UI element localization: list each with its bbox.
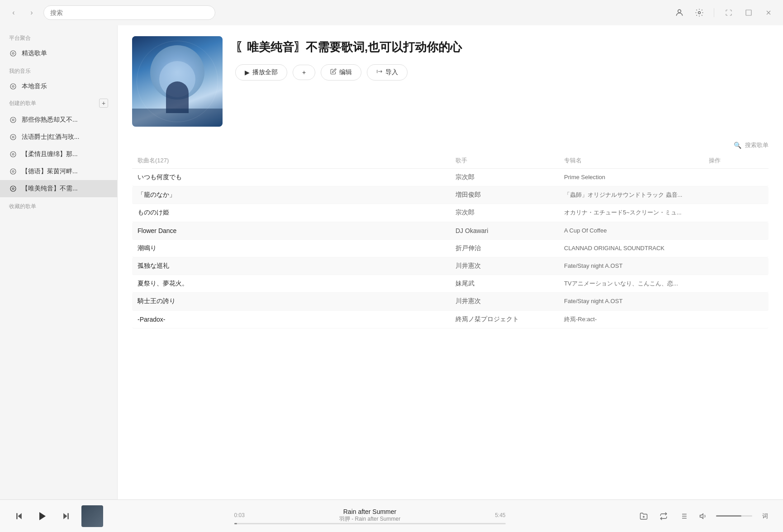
play-pause-button[interactable]: [34, 508, 51, 524]
track-row[interactable]: いつも何度でも 宗次郎 Prime Selection: [132, 169, 769, 186]
svg-point-5: [10, 51, 16, 56]
svg-rect-23: [67, 513, 69, 519]
player-right-controls: 词: [636, 509, 772, 523]
track-row[interactable]: 「籠のなか」 増田俊郎 「蟲師」オリジナルサウンドトラック 蟲音...: [132, 186, 769, 204]
track-title: いつも何度でも: [138, 173, 456, 181]
lyrics-button[interactable]: 词: [758, 509, 772, 523]
playlist-icon-active: [9, 185, 17, 193]
close-button[interactable]: [761, 5, 776, 20]
edit-icon: [330, 68, 337, 76]
cover-ring: [137, 41, 218, 122]
sidebar-item-label: 精选歌单: [22, 49, 108, 57]
import-button[interactable]: 导入: [367, 64, 408, 81]
sidebar-item-playlist1[interactable]: 那些你熟悉却又不...: [0, 111, 117, 128]
add-playlist-button[interactable]: +: [99, 99, 108, 108]
queue-button[interactable]: [676, 509, 691, 523]
saved-playlists-label: 收藏的歌单: [0, 197, 117, 213]
play-all-button[interactable]: ▶ 播放全部: [235, 64, 287, 81]
sidebar-item-playlist2[interactable]: 法语爵士|红酒与玫...: [0, 128, 117, 146]
play-all-label: 播放全部: [252, 68, 278, 76]
track-album: 終焉-Re:act-: [564, 315, 709, 323]
track-title: Flower Dance: [138, 227, 456, 234]
track-album: TVアニメーション いなり、こんこん、恋...: [564, 280, 709, 288]
sidebar: 平台聚合 精选歌单 我的音乐 本地音乐 创建的歌单 +: [0, 25, 118, 499]
player-progress-area: 0:03 Rain after Summer 羽胛 - Rain after S…: [110, 508, 629, 524]
sidebar-item-label: 法语爵士|红酒与玫...: [22, 133, 108, 141]
track-artist: 川井憲次: [456, 297, 564, 305]
volume-button[interactable]: [696, 509, 711, 523]
track-title: 騎士王の誇り: [138, 297, 456, 305]
track-row[interactable]: 潮鳴り 折戸伸治 CLANNAD ORIGINAL SOUNDTRACK: [132, 240, 769, 257]
player-cover: [81, 505, 103, 527]
sidebar-item-featured[interactable]: 精选歌单: [0, 45, 117, 62]
track-album: CLANNAD ORIGINAL SOUNDTRACK: [564, 244, 709, 252]
playlist-header: 〖唯美纯音〗不需要歌词,也可以打动你的心 ▶ 播放全部 +: [118, 25, 783, 138]
track-title: 孤独な巡礼: [138, 262, 456, 270]
playlist-icon: [9, 116, 17, 124]
track-album: A Cup Of Coffee: [564, 227, 709, 235]
total-time: 5:45: [495, 512, 505, 518]
volume-bar[interactable]: [716, 515, 752, 517]
col-artist: 歌手: [456, 157, 564, 165]
settings-icon-button[interactable]: [692, 5, 707, 20]
created-playlists-label: 创建的歌单: [9, 100, 36, 107]
svg-rect-20: [16, 513, 18, 519]
playlist-icon: [9, 150, 17, 158]
sidebar-item-playlist3[interactable]: 【柔情且缠绵】那...: [0, 146, 117, 163]
svg-marker-19: [18, 513, 22, 519]
forward-button[interactable]: ›: [25, 6, 38, 19]
svg-marker-21: [39, 512, 46, 520]
track-search-bar: 🔍 搜索歌单: [132, 138, 769, 153]
progress-bar[interactable]: [234, 523, 506, 524]
track-row[interactable]: 孤独な巡礼 川井憲次 Fate/Stay night A.OST: [132, 257, 769, 275]
track-title: 「籠のなか」: [138, 191, 456, 199]
svg-marker-32: [700, 513, 703, 518]
track-row[interactable]: -Paradox- 終焉ノ栞プロジェクト 終焉-Re:act-: [132, 311, 769, 328]
maximize-button[interactable]: [741, 5, 756, 20]
cover-image: [132, 36, 223, 127]
back-button[interactable]: ‹: [7, 6, 20, 19]
user-icon-button[interactable]: [672, 5, 687, 20]
track-row[interactable]: もののけ姫 宗次郎 オカリナ・エチュード5~スクリーン・ミュ...: [132, 204, 769, 222]
col-title: 歌曲名(127): [138, 157, 456, 165]
track-album: Prime Selection: [564, 173, 709, 181]
track-row[interactable]: 夏祭り、夢花火。 妹尾武 TVアニメーション いなり、こんこん、恋...: [132, 275, 769, 293]
local-music-icon: [9, 82, 17, 90]
svg-point-18: [12, 188, 14, 190]
track-artist: 宗次郎: [456, 173, 564, 181]
add-to-library-button[interactable]: [636, 509, 651, 523]
window-controls: [672, 5, 776, 20]
edit-button[interactable]: 编辑: [321, 64, 361, 81]
svg-point-13: [10, 152, 16, 157]
track-album: オカリナ・エチュード5~スクリーン・ミュ...: [564, 209, 709, 217]
track-title: 潮鳴り: [138, 244, 456, 252]
svg-point-12: [12, 136, 14, 138]
playlist-icon: [9, 133, 17, 141]
track-title: もののけ姫: [138, 209, 456, 217]
col-ops: 操作: [709, 157, 763, 165]
player-info-center: Rain after Summer 羽胛 - Rain after Summer: [248, 508, 491, 523]
search-input[interactable]: [43, 5, 215, 20]
prev-button[interactable]: [11, 508, 27, 524]
player-track-artist: 羽胛 - Rain after Summer: [248, 515, 491, 523]
loop-button[interactable]: [656, 509, 671, 523]
sidebar-item-label: 那些你熟悉却又不...: [22, 116, 108, 124]
track-title: 夏祭り、夢花火。: [138, 280, 456, 288]
import-label: 导入: [385, 68, 398, 76]
restore-button[interactable]: [721, 5, 736, 20]
sidebar-item-label: 【唯美纯音】不需...: [22, 185, 108, 193]
track-row[interactable]: Flower Dance DJ Okawari A Cup Of Coffee: [132, 222, 769, 240]
sidebar-item-playlist4[interactable]: 【德语】茱茵河畔...: [0, 163, 117, 180]
next-button[interactable]: [58, 508, 74, 524]
sidebar-item-local[interactable]: 本地音乐: [0, 78, 117, 95]
add-button[interactable]: +: [293, 65, 315, 80]
current-time: 0:03: [234, 512, 245, 518]
track-list-header: 歌曲名(127) 歌手 专辑名 操作: [132, 153, 769, 169]
lyrics-label: 词: [762, 512, 768, 520]
playlist-actions: ▶ 播放全部 + 编辑: [235, 64, 769, 81]
track-row[interactable]: 騎士王の誇り 川井憲次 Fate/Stay night A.OST: [132, 293, 769, 310]
sidebar-item-label: 本地音乐: [22, 82, 108, 90]
svg-point-6: [12, 52, 14, 54]
svg-point-16: [12, 171, 14, 172]
sidebar-item-playlist5[interactable]: 【唯美纯音】不需...: [0, 180, 117, 197]
